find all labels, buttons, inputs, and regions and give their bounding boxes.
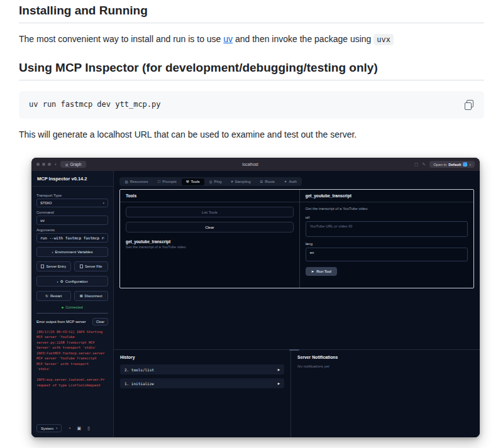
open-in-target: Default [448,163,461,167]
intro-paragraph: The most convenient way to install and r… [19,34,484,44]
tab-resources[interactable]: ▤ Resources [121,178,153,185]
environment-variables-button[interactable]: › Environment Variables [36,247,108,257]
tool-list-item[interactable]: get_youtube_transcript Get the transcrip… [126,239,294,249]
history-item-label: 2. tools/list [124,368,154,372]
clear-error-button[interactable]: Clear [92,318,108,325]
sidebar-form: Transport Type STDIO ▾ Command Arguments… [31,187,113,388]
maximize-window-icon[interactable] [48,163,51,166]
tab-label: Sampling [235,180,251,183]
error-log-line: INFO:mcp.server.lowlevel.server:Pr [36,377,108,382]
tabbar-wrap: ▤ Resources ☐ Prompts ⚒ Tools ◎ [114,171,480,188]
tool-detail-panel: get_youtube_transcript Get the transcrip… [300,190,473,288]
connection-status-label: Connected [65,305,83,309]
tab-sampling[interactable]: # Sampling [226,178,255,185]
tab-prompts[interactable]: ☐ Prompts [153,178,180,185]
command-input[interactable] [36,216,108,225]
tab-label: Ping [214,180,221,183]
url-label: url [306,216,468,219]
disconnect-label: Disconnect [85,294,102,298]
tab-label: Roots [265,180,275,183]
ping-icon: ◎ [209,180,213,183]
globe-icon[interactable]: ◔ [68,426,70,430]
server-file-button[interactable]: Server File [74,261,109,271]
error-output-log: [06/17/25 09:43:51] INFO Starting MCP se… [36,329,108,388]
clear-tools-button[interactable]: Clear [126,222,294,232]
minimize-window-icon[interactable] [42,163,45,166]
history-row[interactable]: 1. initialize ▶ [120,378,284,388]
tool-detail-body: Get the transcript of a YouTube video ur… [300,202,473,280]
browser-badge-icon [463,162,467,167]
horizontal-split-divider[interactable] [114,349,480,350]
error-log-line: [06/17/25 09:43:51] INFO Starting [36,329,108,334]
tab-auth[interactable]: ✦ Auth [280,178,301,185]
drag-handle[interactable] [289,349,299,351]
back-icon[interactable]: ‹ [55,162,57,167]
disconnect-button[interactable]: ⊠ Disconnect [74,291,109,301]
copy-icon[interactable] [464,100,474,110]
address-bar[interactable]: localhost [90,162,410,167]
code-block: uv run fastmcp dev ytt_mcp.py [19,91,484,119]
list-tools-button[interactable]: List Tools [126,207,294,217]
browser-tab[interactable]: ▦ Graph [60,161,87,168]
lang-input[interactable]: en [306,248,468,261]
close-window-icon[interactable] [36,163,40,166]
lang-label: lang [306,242,468,246]
history-item-label: 1. initialize [124,381,154,386]
auth-icon: ✦ [284,180,287,183]
error-log-line: MCP server 'YouTube Transcript [36,356,108,361]
chevron-down-icon: ▾ [56,427,57,430]
tab-tools[interactable]: ⚒ Tools [182,178,204,185]
app-title: MCP Inspector v0.14.2 [31,171,113,187]
expand-icon[interactable]: ▶ [278,368,280,371]
configuration-button[interactable]: › ⚙ Configuration [36,276,108,287]
share-icon[interactable]: ▢ [414,162,419,167]
mcp-inspector-screenshot: ‹ ▦ Graph localhost ▢ ✎ Open in Default … [31,158,480,437]
heading-using-mcp-inspector: Using MCP Inspector (for development/deb… [19,61,484,80]
error-log-line: INFO:FastMCP.fastmcp.server.server [36,351,108,356]
error-output-title: Error output from MCP server [36,320,86,324]
tab-label: Auth [289,180,296,183]
tab-favicon-icon: ▦ [65,163,69,167]
restart-button[interactable]: ↻ Restart [36,291,71,301]
notifications-empty-text: No notifications yet [297,364,473,368]
error-log-line: server.py:1168 Transcript MCP [36,340,108,345]
document-icon[interactable]: ▯ [87,426,90,430]
chevron-right-icon: › [52,250,53,254]
chevron-right-icon: › [57,280,58,283]
edit-icon[interactable]: ✎ [422,162,426,167]
run-tool-label: Run Tool [316,270,331,273]
tool-detail-description: Get the transcript of a YouTube video [306,207,468,210]
connection-status: Connected [36,305,108,309]
copy-icon [41,265,44,268]
server-notifications-panel: Server Notifications No notifications ye… [291,350,480,437]
transport-type-select[interactable]: STDIO ▾ [36,199,108,207]
theme-value: System [41,427,53,430]
theme-select[interactable]: System ▾ [36,424,62,432]
inspector-sidebar: MCP Inspector v0.14.2 Transport Type STD… [31,171,114,437]
tab-ping[interactable]: ◎ Ping [205,178,226,185]
arguments-input[interactable] [36,233,108,243]
localhost-paragraph: This will generate a localhost URL that … [19,129,484,139]
history-row[interactable]: 2. tools/list ▶ [120,364,284,374]
server-entry-label: Server Entry [46,265,66,268]
bottom-section: History 2. tools/list ▶ 1. initialize ▶ … [114,350,480,437]
tab-roots[interactable]: ⊟ Roots [256,178,279,185]
server-notifications-title: Server Notifications [297,355,473,359]
sampling-icon: # [231,180,233,183]
connection-buttons-row: ↻ Restart ⊠ Disconnect [36,291,108,301]
url-input[interactable] [306,221,468,237]
server-file-label: Server File [85,265,102,268]
archive-icon[interactable]: ▣ [77,426,82,430]
restart-icon: ↻ [45,294,48,298]
run-tool-button[interactable]: ➤ Run Tool [306,267,337,276]
server-entry-button[interactable]: Server Entry [36,261,71,271]
command-label: Command [36,210,108,214]
resources-icon: ▤ [125,180,128,183]
open-in-default-button[interactable]: Open in Default ▾ [429,161,475,168]
window-controls[interactable] [36,163,51,166]
uv-link[interactable]: uv [223,34,233,44]
error-log-line: MCP server 'YouTube [36,334,108,339]
error-log-line: Server' with transport 'stdio' [36,345,108,350]
expand-icon[interactable]: ▶ [278,382,280,385]
uvx-inline-code: uvx [373,34,394,45]
